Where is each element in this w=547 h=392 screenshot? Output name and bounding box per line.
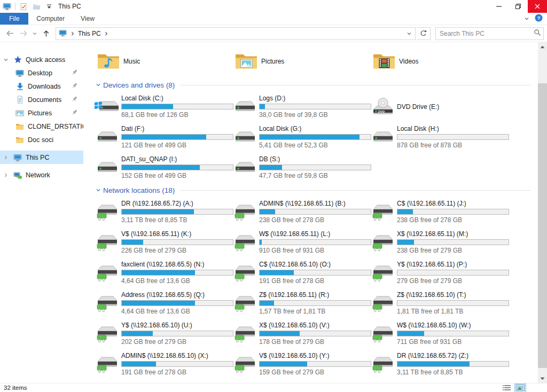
restore-button[interactable] xyxy=(509,0,528,13)
network-drive-icon xyxy=(93,233,121,252)
tab-computer[interactable]: Computer xyxy=(28,13,73,25)
drive-tile[interactable]: Local Disk (H:) 878 GB free of 878 GB xyxy=(369,122,507,152)
search-input[interactable] xyxy=(440,30,534,37)
new-folder-icon[interactable] xyxy=(32,2,41,11)
network-icon xyxy=(12,171,24,179)
close-button[interactable] xyxy=(528,0,547,13)
capacity-bar xyxy=(259,134,371,140)
recent-locations-icon[interactable] xyxy=(31,27,38,40)
help-icon[interactable]: ? xyxy=(535,14,543,24)
tab-file[interactable]: File xyxy=(0,13,28,25)
drive-tile[interactable]: Z$ (\\192.168.65.10) (T:) 1,81 TB free o… xyxy=(369,288,507,318)
drive-tile[interactable]: W$ (\\192.168.65.10) (W:) 711 GB free of… xyxy=(369,318,507,349)
customize-toolbar-arrow-icon[interactable] xyxy=(44,2,54,11)
capacity-bar xyxy=(121,164,233,170)
navigation-pane: Quick access Desktop Downloads Documents… xyxy=(0,42,83,383)
drive-tile[interactable]: faxclient (\\192.168.65.5) (N:) 4,64 GB … xyxy=(93,257,231,288)
group-header-devices[interactable]: Devices and drives (8) xyxy=(93,79,538,91)
sidebar-item-documents[interactable]: Documents xyxy=(0,93,83,106)
folder-tile[interactable]: Pictures xyxy=(231,45,369,77)
vertical-scrollbar[interactable] xyxy=(538,42,547,383)
drive-tile[interactable]: Logs (D:) 38,0 GB free of 39,8 GB xyxy=(231,91,369,122)
search-icon[interactable] xyxy=(534,29,541,38)
drive-tile[interactable]: Local Disk (C:) 68,1 GB free of 126 GB xyxy=(93,91,231,122)
drive-tile[interactable]: DR (\\192.168.65.72) (Z:) 3,11 TB free o… xyxy=(369,349,507,379)
chevron-down-icon[interactable] xyxy=(0,57,12,62)
chevron-right-icon[interactable] xyxy=(69,31,76,36)
pin-icon xyxy=(71,96,78,104)
network-drive-icon xyxy=(369,294,397,312)
scroll-up-icon[interactable] xyxy=(538,42,547,51)
scroll-down-icon[interactable] xyxy=(538,374,547,383)
quick-access-toolbar xyxy=(0,2,54,11)
up-button[interactable] xyxy=(40,27,52,40)
drive-name: DVD Drive (E:) xyxy=(397,103,507,111)
details-view-icon[interactable] xyxy=(501,384,512,392)
capacity-bar xyxy=(121,361,233,367)
ribbon-tabs: File Computer View ? xyxy=(0,13,547,25)
drive-tile[interactable]: DR (\\192.168.65.72) (A:) 3,11 TB free o… xyxy=(93,197,231,227)
chevron-down-icon[interactable] xyxy=(93,82,103,88)
folder-tile[interactable]: Music xyxy=(93,45,231,77)
sidebar-item-clone-drstation[interactable]: CLONE_DRSTATION xyxy=(0,120,83,133)
back-button[interactable] xyxy=(3,27,16,40)
address-dropdown-icon[interactable] xyxy=(403,31,415,36)
drive-name: Local Disk (H:) xyxy=(397,125,507,132)
group-title[interactable]: Devices and drives (8) xyxy=(103,81,175,89)
chevron-right-icon[interactable] xyxy=(0,155,12,160)
chevron-right-icon[interactable] xyxy=(103,31,110,36)
drive-tile[interactable]: W$ (\\192.168.65.11) (L:) 910 GB free of… xyxy=(231,227,369,257)
scrollbar-thumb[interactable] xyxy=(538,83,547,368)
minimize-button[interactable] xyxy=(489,0,509,13)
group-title[interactable]: Network locations (18) xyxy=(103,186,175,194)
drive-tile[interactable]: V$ (\\192.168.65.11) (K:) 226 GB free of… xyxy=(93,227,231,257)
sidebar-item-label: CLONE_DRSTATION xyxy=(28,123,83,130)
drive-tile[interactable]: V$ (\\192.168.65.10) (Y:) 159 GB free of… xyxy=(231,349,369,379)
drive-tile[interactable]: Y$ (\\192.168.65.11) (P:) 279 GB free of… xyxy=(369,257,507,288)
free-space-text: 191 GB free of 278 GB xyxy=(121,369,231,376)
free-space-text: 1,81 TB free of 1,81 TB xyxy=(397,308,507,315)
window-title: This PC xyxy=(58,3,81,10)
hard-drive-icon xyxy=(93,160,121,176)
drive-tile[interactable]: Dati (F:) 121 GB free of 499 GB xyxy=(93,122,231,152)
sidebar-item-doc-soci[interactable]: Doc soci xyxy=(0,133,83,146)
divider xyxy=(180,85,530,85)
search-box[interactable] xyxy=(435,27,544,40)
address-bar[interactable]: This PC xyxy=(56,27,416,40)
sidebar-item-this-pc[interactable]: This PC xyxy=(0,151,83,164)
windows-drive-icon xyxy=(93,99,121,115)
chevron-down-icon[interactable] xyxy=(93,187,103,193)
explorer-window-icon xyxy=(2,2,12,11)
sidebar-item-pictures[interactable]: Pictures xyxy=(0,106,83,120)
free-space-text: 68,1 GB free of 126 GB xyxy=(121,111,231,119)
drive-tile[interactable]: DVD DVD Drive (E:) xyxy=(369,91,507,122)
drive-tile[interactable]: X$ (\\192.168.65.10) (V:) 178 GB free of… xyxy=(231,318,369,349)
drive-tile[interactable]: C$ (\\192.168.65.11) (J:) 238 GB free of… xyxy=(369,197,507,227)
drive-tile[interactable]: X$ (\\192.168.65.11) (M:) 238 GB free of… xyxy=(369,227,507,257)
sidebar-item-quick-access[interactable]: Quick access xyxy=(0,53,83,66)
drive-tile[interactable]: C$ (\\192.168.65.10) (O:) 191 GB free of… xyxy=(231,257,369,288)
forward-button[interactable] xyxy=(17,27,30,40)
folder-tile[interactable]: Videos xyxy=(369,45,507,77)
breadcrumb[interactable]: This PC xyxy=(76,30,103,37)
group-header-network[interactable]: Network locations (18) xyxy=(93,184,538,197)
hard-drive-icon xyxy=(231,129,259,145)
drive-tile[interactable]: DATI_su_QNAP (I:) 152 GB free of 499 GB xyxy=(93,152,231,183)
sidebar-item-desktop[interactable]: Desktop xyxy=(0,66,83,80)
drive-tile[interactable]: Y$ (\\192.168.65.10) (U:) 202 GB free of… xyxy=(93,318,231,349)
free-space-text: 4,64 GB free of 13,6 GB xyxy=(121,308,231,315)
drive-tile[interactable]: ADMIN$ (\\192.168.65.10) (X:) 191 GB fre… xyxy=(93,349,231,379)
large-icons-view-icon[interactable] xyxy=(515,384,526,392)
refresh-button[interactable] xyxy=(417,27,431,40)
collapse-ribbon-icon[interactable] xyxy=(524,14,529,23)
properties-check-icon[interactable] xyxy=(19,2,28,11)
drive-tile[interactable]: DB (S:) 47,7 GB free of 59,8 GB xyxy=(231,152,369,183)
drive-tile[interactable]: ADMIN$ (\\192.168.65.11) (B:) 238 GB fre… xyxy=(231,197,369,227)
drive-tile[interactable]: Address (\\192.168.65.5) (Q:) 4,64 GB fr… xyxy=(93,288,231,318)
drive-tile[interactable]: Z$ (\\192.168.65.11) (R:) 1,57 TB free o… xyxy=(231,288,369,318)
tab-view[interactable]: View xyxy=(73,13,103,25)
drive-tile[interactable]: Local Disk (G:) 5,41 GB free of 52,3 GB xyxy=(231,122,369,152)
chevron-right-icon[interactable] xyxy=(0,173,12,178)
sidebar-item-downloads[interactable]: Downloads xyxy=(0,80,83,93)
sidebar-item-network[interactable]: Network xyxy=(0,168,83,182)
